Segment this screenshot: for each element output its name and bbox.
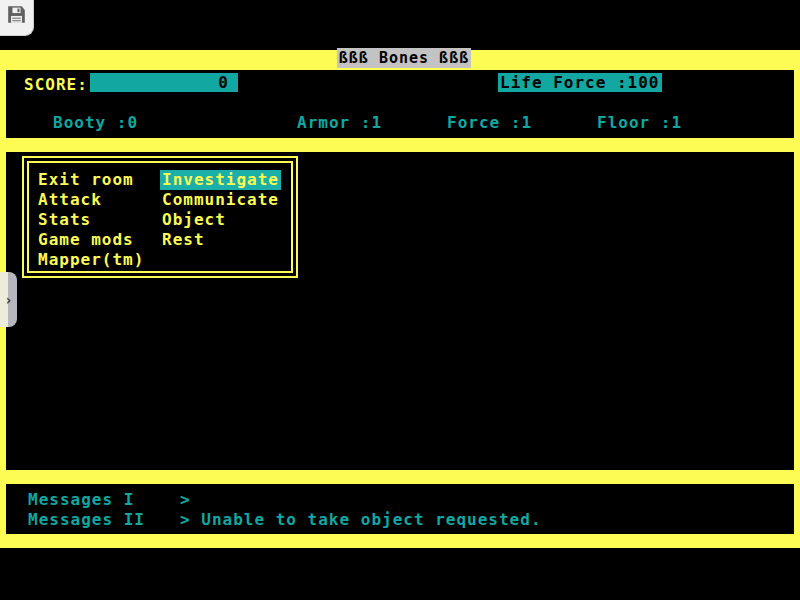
menu-item-communicate[interactable]: Communicate bbox=[162, 190, 281, 210]
drawer-toggle-button[interactable]: › bbox=[0, 272, 17, 327]
menu-item-attack[interactable]: Attack bbox=[38, 190, 144, 210]
window-title: ßßß Bones ßßß bbox=[337, 48, 471, 68]
menu-item-investigate[interactable]: Investigate bbox=[160, 170, 281, 190]
score-bar: 0 bbox=[90, 73, 238, 92]
menu-column-2: Investigate Communicate Object Rest bbox=[162, 170, 281, 250]
stat-floor: Floor :1 bbox=[597, 113, 682, 132]
messages-1-label: Messages I bbox=[28, 490, 134, 509]
menu-item-object[interactable]: Object bbox=[162, 210, 281, 230]
main-area: Exit room Attack Stats Game mods Mapper(… bbox=[6, 152, 794, 470]
messages-panel: Messages I > Messages II > Unable to tak… bbox=[6, 484, 794, 534]
messages-2-label: Messages II bbox=[28, 510, 145, 529]
score-label: SCORE: bbox=[24, 75, 88, 94]
status-panel: SCORE: 0 Life Force :100 Booty :0 Armor … bbox=[6, 70, 794, 138]
command-menu-inner-border: Exit room Attack Stats Game mods Mapper(… bbox=[27, 161, 293, 273]
menu-item-mapper[interactable]: Mapper(tm) bbox=[38, 250, 144, 270]
messages-1-text: > bbox=[180, 490, 191, 509]
menu-item-rest[interactable]: Rest bbox=[162, 230, 281, 250]
life-force-badge: Life Force :100 bbox=[498, 73, 662, 92]
stat-force: Force :1 bbox=[447, 113, 532, 132]
floppy-disk-icon bbox=[7, 5, 26, 24]
menu-item-stats[interactable]: Stats bbox=[38, 210, 144, 230]
menu-item-exit-room[interactable]: Exit room bbox=[38, 170, 144, 190]
messages-2-text: > Unable to take object requested. bbox=[180, 510, 542, 529]
menu-column-1: Exit room Attack Stats Game mods Mapper(… bbox=[38, 170, 144, 270]
chevron-right-icon: › bbox=[4, 293, 12, 307]
game-screen: ßßß Bones ßßß SCORE: 0 Life Force :100 B… bbox=[0, 0, 800, 600]
stat-booty: Booty :0 bbox=[53, 113, 138, 132]
menu-item-game-mods[interactable]: Game mods bbox=[38, 230, 144, 250]
stat-armor: Armor :1 bbox=[297, 113, 382, 132]
command-menu: Exit room Attack Stats Game mods Mapper(… bbox=[22, 156, 298, 278]
save-button[interactable] bbox=[0, 0, 34, 36]
